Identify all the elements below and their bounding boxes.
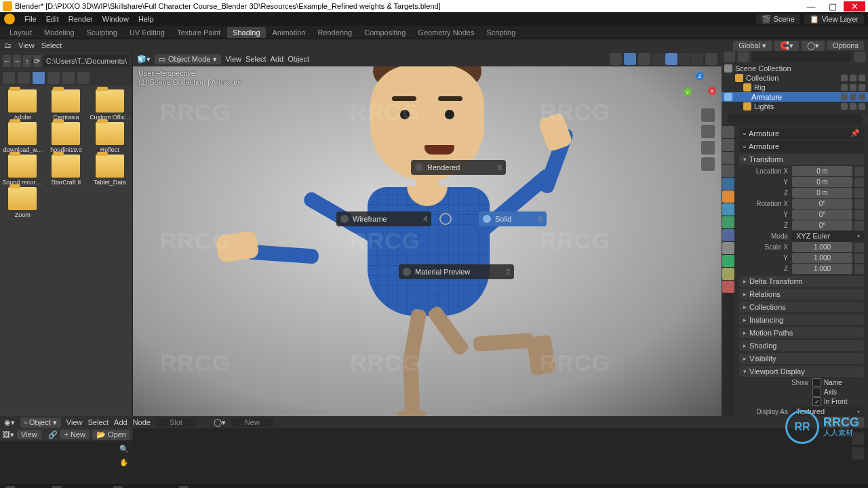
panel-visibility[interactable]: Visibility — [739, 353, 864, 364]
render-toggle[interactable] — [859, 103, 865, 110]
rot-x-field[interactable]: 0° — [792, 199, 852, 209]
shading-options-icon[interactable] — [705, 53, 717, 65]
panel-instancing[interactable]: Instancing — [739, 314, 864, 325]
menu-help[interactable]: Help — [134, 14, 158, 24]
proportional-toggle[interactable]: ◯▾ — [802, 41, 825, 51]
visibility-toggle[interactable] — [850, 84, 856, 91]
nav-refresh-button[interactable]: ⟳ — [33, 55, 41, 67]
nav-gizmo[interactable]: Z Y X — [684, 72, 716, 104]
prop-tab-constraints[interactable] — [722, 242, 734, 254]
show-name-checkbox[interactable] — [812, 378, 821, 387]
scene-selector[interactable]: 🎬 Scene — [756, 14, 800, 24]
3d-viewport[interactable]: 🧊▾ ▭ Object Mode ▾ View Select Add Objec… — [133, 52, 722, 416]
lock-icon[interactable] — [854, 178, 864, 187]
minimize-button[interactable]: — — [800, 1, 822, 12]
lock-icon[interactable] — [854, 221, 864, 230]
shading-solid-icon[interactable] — [665, 53, 677, 65]
axis-y-icon[interactable]: Y — [684, 88, 692, 96]
menu-file[interactable]: File — [20, 14, 41, 24]
nav-back-button[interactable]: ← — [3, 55, 11, 67]
rot-y-field[interactable]: 0° — [792, 209, 852, 220]
tab-scripting[interactable]: Scripting — [481, 27, 521, 38]
editor-type-3d-icon[interactable]: 🧊▾ — [137, 55, 151, 64]
outliner-item[interactable]: Collection — [722, 73, 868, 83]
tab-shading[interactable]: Shading — [227, 27, 265, 38]
shader-menu-add[interactable]: Add — [114, 418, 127, 426]
tab-layout[interactable]: Layout — [4, 27, 37, 38]
breadcrumb-object[interactable]: ▫Armature 📌 — [739, 127, 864, 139]
pie-wireframe[interactable]: Wireframe 4 — [336, 211, 431, 226]
folder-item[interactable]: Sound recordi... — [1, 155, 43, 186]
shader-snap-icon[interactable] — [853, 417, 864, 428]
settings-icon[interactable] — [77, 72, 90, 84]
panel-motion-paths[interactable]: Motion Paths — [739, 327, 864, 338]
folder-item[interactable]: download_w... — [1, 122, 43, 153]
prop-tab-modifiers[interactable] — [722, 203, 734, 216]
material-new[interactable]: New — [231, 418, 273, 427]
folder-item[interactable]: StarCraft II — [45, 155, 87, 186]
folder-item[interactable]: houdini19.0 — [45, 122, 87, 153]
lock-icon[interactable] — [854, 264, 864, 274]
image-view-menu[interactable]: View — [17, 430, 41, 439]
options-dropdown[interactable]: Options — [827, 41, 864, 50]
node-zoom-icon[interactable] — [852, 432, 864, 445]
pan-icon[interactable] — [701, 125, 715, 138]
tab-rendering[interactable]: Rendering — [312, 27, 357, 38]
pie-material-preview[interactable]: Material Preview 2 — [399, 264, 514, 279]
zoom-icon[interactable] — [701, 108, 715, 122]
snap-toggle[interactable]: 🧲▾ — [774, 41, 799, 51]
maximize-button[interactable]: ▢ — [822, 1, 844, 12]
vp-menu-add[interactable]: Add — [271, 55, 284, 63]
prop-tab-viewlayer[interactable] — [722, 152, 734, 164]
outliner-item[interactable]: Rig — [722, 83, 868, 92]
shader-editor-icon[interactable]: ◉▾ — [4, 418, 15, 427]
visibility-toggle[interactable] — [850, 94, 856, 100]
outliner-item[interactable]: Armature — [722, 92, 868, 102]
image-zoom-icon[interactable]: 🔍 — [119, 445, 129, 453]
shader-menu-view[interactable]: View — [66, 418, 83, 426]
panel-shading[interactable]: Shading — [739, 340, 864, 351]
overlay-toggle-icon[interactable] — [624, 53, 636, 65]
exclude-toggle[interactable] — [841, 75, 848, 81]
lock-icon[interactable] — [854, 199, 864, 209]
perspective-toggle-icon[interactable] — [701, 157, 715, 171]
prop-tab-material[interactable] — [722, 281, 734, 293]
vp-menu-view[interactable]: View — [225, 55, 241, 63]
scale-z-field[interactable]: 1.000 — [792, 264, 852, 274]
folder-item[interactable]: Zoom — [1, 187, 43, 218]
nav-forward-button[interactable]: → — [13, 55, 21, 67]
shading-wireframe-icon[interactable] — [652, 53, 665, 65]
shader-type-selector[interactable]: ▫ Object ▾ — [20, 418, 61, 428]
exclude-toggle[interactable] — [841, 94, 848, 100]
image-pan-icon[interactable]: ✋ — [119, 458, 129, 467]
tab-modeling[interactable]: Modeling — [39, 27, 80, 38]
menu-window[interactable]: Window — [98, 14, 133, 24]
prop-tab-data[interactable] — [722, 255, 734, 267]
mode-selector[interactable]: ▭ Object Mode ▾ — [155, 54, 221, 64]
show-infront-checkbox[interactable]: ✓ — [812, 397, 821, 406]
outliner-scene-collection[interactable]: Scene Collection — [722, 64, 868, 73]
display-thumb-icon[interactable] — [18, 72, 30, 84]
outliner-display-mode-icon[interactable] — [738, 52, 749, 62]
material-slot[interactable]: Slot — [156, 418, 196, 427]
tab-texpaint[interactable]: Texture Paint — [172, 27, 226, 38]
shader-overlay-icon[interactable] — [840, 417, 850, 428]
image-open-button[interactable]: 📂 Open — [92, 430, 130, 440]
folder-item[interactable]: Adobe — [1, 89, 43, 121]
outliner-filter-icon[interactable] — [854, 52, 865, 62]
loc-y-field[interactable]: 0 m — [792, 177, 852, 187]
scale-x-field[interactable]: 1.000 — [792, 242, 852, 252]
nav-up-button[interactable]: ↑ — [23, 55, 31, 67]
folder-item[interactable]: Tablet_Data — [89, 155, 131, 186]
panel-relations[interactable]: Relations — [739, 289, 864, 300]
loc-z-field[interactable]: 0 m — [792, 188, 852, 198]
prop-tab-scene[interactable] — [722, 165, 734, 177]
render-toggle[interactable] — [859, 75, 865, 81]
outliner-search[interactable] — [751, 52, 852, 62]
material-icon[interactable]: ◯▾ — [214, 418, 226, 427]
sort-icon[interactable] — [47, 72, 60, 84]
close-button[interactable]: ✕ — [844, 1, 865, 12]
exclude-toggle[interactable] — [841, 84, 848, 91]
breadcrumb-data[interactable]: ▫Armature — [739, 141, 864, 152]
shading-rendered-icon[interactable] — [691, 53, 703, 65]
